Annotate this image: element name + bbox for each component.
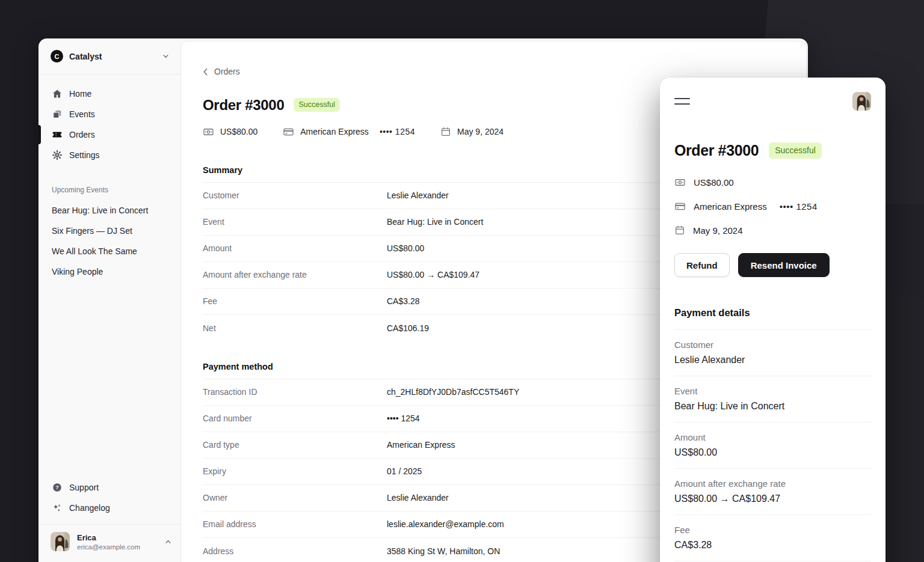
- sidebar-item-home[interactable]: Home: [46, 84, 173, 104]
- list-item: Amount after exchange rate US$80.00 → CA…: [674, 469, 871, 515]
- team-name: Catalyst: [69, 52, 156, 61]
- list-item: Event Bear Hug: Live in Concert: [674, 376, 871, 423]
- row-value: ch_2HLf8DfYJ0Db7asfCC5T546TY: [387, 387, 519, 397]
- credit-card-icon: [674, 201, 686, 212]
- refund-button[interactable]: Refund: [674, 253, 730, 277]
- sidebar-item-label: Orders: [69, 130, 95, 139]
- list-item: Customer Leslie Alexander: [674, 330, 871, 376]
- row-value: Leslie Alexander: [387, 493, 449, 502]
- sparkles-icon: [52, 502, 63, 513]
- page-title: Order #3000: [674, 142, 759, 159]
- row-value: CA$3.28: [387, 296, 419, 306]
- event-name: Viking People: [52, 267, 103, 276]
- order-amount: US$80.00: [203, 126, 257, 138]
- sidebar-nav: Home Events Orders: [38, 75, 180, 477]
- menu-icon[interactable]: [674, 96, 690, 107]
- team-switcher[interactable]: C Catalyst: [38, 38, 180, 75]
- row-value: 3588 King St W, Hamilton, ON: [387, 546, 500, 556]
- status-badge: Successful: [294, 98, 339, 111]
- user-email: erica@example.com: [77, 543, 157, 551]
- order-card: American Express •••• 1254: [674, 194, 871, 218]
- row-label: Card type: [203, 440, 387, 450]
- sidebar-item-support[interactable]: ? Support: [46, 477, 173, 498]
- list-item: Amount US$80.00: [674, 423, 871, 469]
- event-name: Bear Hug: Live in Concert: [52, 206, 148, 215]
- gear-icon: [52, 150, 63, 160]
- row-label: Transaction ID: [203, 387, 387, 397]
- detail-value: US$80.00: [674, 447, 871, 458]
- sidebar-item-label: Settings: [69, 150, 100, 160]
- user-info: Erica erica@example.com: [77, 533, 157, 551]
- row-label: Event: [203, 217, 387, 227]
- mobile-preview-card: Order #3000 Successful US$80.00 American…: [660, 78, 886, 562]
- avatar[interactable]: [852, 92, 871, 111]
- sidebar-item-label: Home: [69, 89, 91, 99]
- row-label: Owner: [203, 493, 387, 502]
- breadcrumb[interactable]: Orders: [203, 67, 240, 76]
- order-amount: US$80.00: [674, 170, 871, 194]
- detail-value: CA$3.28: [674, 540, 871, 551]
- user-menu[interactable]: Erica erica@example.com: [38, 524, 180, 562]
- sidebar-item-event[interactable]: Viking People: [46, 261, 173, 282]
- avatar: [51, 532, 70, 551]
- question-mark-icon: ?: [52, 482, 63, 493]
- detail-label: Amount after exchange rate: [674, 478, 871, 489]
- row-value: American Express: [387, 440, 455, 450]
- detail-label: Fee: [674, 525, 871, 535]
- row-value: leslie.alexander@example.com: [387, 519, 504, 529]
- order-date: May 9, 2024: [440, 126, 504, 137]
- event-name: We All Look The Same: [52, 246, 137, 256]
- row-value: Leslie Alexander: [387, 191, 449, 200]
- row-label: Email address: [203, 519, 387, 529]
- svg-text:?: ?: [55, 484, 59, 490]
- catalyst-logo-icon: C: [51, 50, 63, 63]
- square-stack-icon: [52, 109, 63, 120]
- payment-details-list: Customer Leslie Alexander Event Bear Hug…: [674, 330, 871, 561]
- banknotes-icon: [203, 126, 214, 138]
- sidebar-item-event[interactable]: Bear Hug: Live in Concert: [46, 200, 173, 221]
- sidebar-item-event[interactable]: We All Look The Same: [46, 241, 173, 261]
- upcoming-events-label: Upcoming Events: [52, 186, 167, 194]
- row-label: Net: [203, 323, 387, 333]
- date-text: May 9, 2024: [693, 225, 743, 236]
- row-label: Amount: [203, 243, 387, 253]
- chevron-up-icon: [164, 538, 172, 546]
- sidebar-item-orders[interactable]: Orders: [46, 124, 173, 145]
- chevron-down-icon: [162, 52, 170, 60]
- status-badge: Successful: [769, 142, 822, 158]
- upcoming-events-list: Bear Hug: Live in Concert Six Fingers — …: [46, 200, 173, 282]
- calendar-icon: [440, 126, 451, 137]
- amount-text: US$80.00: [694, 177, 734, 188]
- card-brand-text: American Express: [300, 127, 369, 136]
- detail-label: Amount: [674, 432, 871, 442]
- calendar-icon: [674, 225, 685, 236]
- credit-card-icon: [283, 126, 294, 138]
- sidebar-item-settings[interactable]: Settings: [46, 145, 173, 165]
- row-value: US$80.00: [387, 243, 424, 253]
- sidebar-item-event[interactable]: Six Fingers — DJ Set: [46, 221, 173, 241]
- resend-invoice-button[interactable]: Resend Invoice: [738, 253, 830, 277]
- row-label: Customer: [203, 191, 387, 200]
- user-name: Erica: [77, 533, 157, 542]
- row-value: 01 / 2025: [387, 466, 422, 476]
- event-name: Six Fingers — DJ Set: [52, 226, 132, 236]
- row-value: Bear Hug: Live in Concert: [387, 217, 483, 227]
- sidebar: C Catalyst Home Events: [38, 38, 180, 562]
- row-label: Fee: [203, 296, 387, 306]
- page-title: Order #3000: [203, 97, 284, 114]
- order-card: American Express •••• 1254: [283, 126, 415, 138]
- card-brand-text: American Express: [694, 201, 767, 212]
- list-item: Fee CA$3.28: [674, 515, 871, 561]
- detail-label: Event: [674, 386, 871, 396]
- sidebar-item-label: Changelog: [69, 503, 110, 513]
- date-text: May 9, 2024: [457, 127, 504, 136]
- detail-label: Customer: [674, 340, 871, 350]
- card-last4-text: •••• 1254: [380, 127, 415, 136]
- detail-value: Leslie Alexander: [674, 355, 871, 365]
- sidebar-item-events[interactable]: Events: [46, 104, 173, 124]
- row-label: Amount after exchange rate: [203, 270, 387, 279]
- sidebar-item-changelog[interactable]: Changelog: [46, 498, 173, 518]
- back-chevron-icon: [203, 68, 208, 76]
- payment-details-heading: Payment details: [674, 307, 871, 330]
- row-value: CA$106.19: [387, 323, 429, 333]
